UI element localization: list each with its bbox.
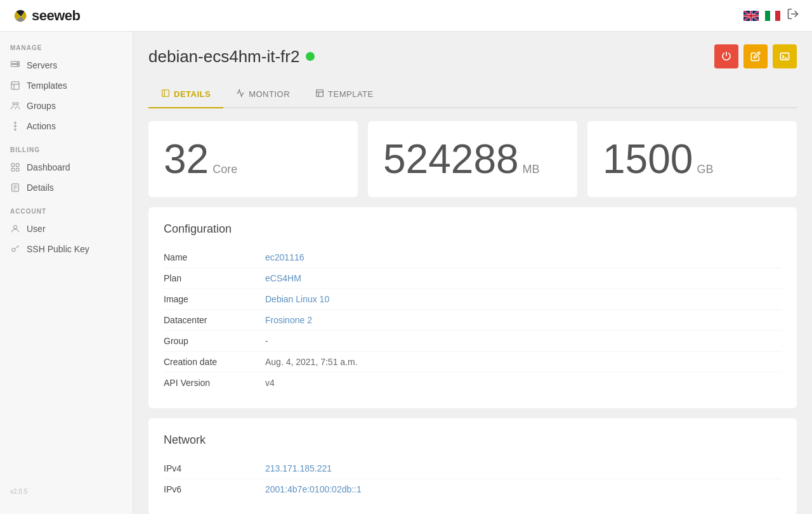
sidebar-item-templates[interactable]: Templates (0, 75, 133, 96)
main-layout: MANAGE Servers Tem (0, 32, 812, 514)
account-section-title: ACCOUNT (0, 208, 133, 215)
svg-rect-3 (775, 11, 780, 21)
network-title: Network (164, 434, 782, 447)
key-icon (10, 244, 20, 254)
uk-flag-icon[interactable] (743, 11, 759, 21)
sidebar: MANAGE Servers Tem (0, 32, 133, 514)
stat-card-storage: 1500 GB (587, 121, 797, 197)
svg-point-15 (15, 122, 16, 124)
sidebar-section-account: ACCOUNT User SSH Public Key (0, 208, 133, 259)
sidebar-item-details[interactable]: Details (0, 177, 133, 198)
config-row-creation: Creation date Aug. 4, 2021, 7:51 a.m. (164, 352, 782, 373)
svg-point-26 (12, 248, 15, 252)
tab-details[interactable]: DETAILS (148, 81, 223, 108)
cores-value: 32 (164, 139, 209, 179)
servers-label: Servers (27, 60, 57, 70)
config-value-api: v4 (265, 378, 275, 388)
storage-value: 1500 (603, 139, 693, 179)
action-buttons (714, 44, 797, 68)
user-label: User (27, 224, 46, 234)
dashboard-icon (10, 162, 20, 172)
template-icon (10, 80, 20, 91)
svg-rect-27 (780, 53, 789, 60)
svg-rect-31 (317, 90, 324, 97)
svg-rect-29 (162, 90, 169, 97)
svg-rect-2 (770, 11, 775, 21)
svg-rect-9 (11, 82, 19, 89)
svg-point-7 (17, 62, 18, 63)
svg-point-12 (13, 103, 15, 105)
sidebar-item-actions[interactable]: Actions (0, 116, 133, 136)
config-label-image: Image (164, 294, 265, 304)
groups-icon (10, 101, 20, 111)
config-value-group: - (265, 336, 268, 346)
sidebar-section-manage: MANAGE Servers Tem (0, 44, 133, 136)
svg-point-14 (15, 125, 16, 127)
config-label-api: API Version (164, 378, 265, 388)
console-button[interactable] (773, 44, 797, 68)
configuration-rows: Name ec201116 Plan eCS4HM Image Debian L… (164, 247, 782, 393)
dashboard-label: Dashboard (27, 162, 70, 172)
config-value-plan: eCS4HM (265, 273, 301, 283)
page-title-group: debian-ecs4hm-it-fr2 (148, 47, 315, 67)
svg-point-25 (13, 226, 16, 229)
page-header: debian-ecs4hm-it-fr2 (148, 44, 797, 68)
config-label-name: Name (164, 252, 265, 262)
user-icon (10, 224, 20, 234)
network-label-ipv6: IPv6 (164, 484, 265, 494)
stat-card-cores: 32 Core (148, 121, 358, 197)
svg-rect-20 (16, 168, 19, 171)
network-value-ipv4: 213.171.185.221 (265, 463, 332, 473)
network-label-ipv4: IPv4 (164, 463, 265, 473)
svg-point-8 (17, 65, 18, 66)
config-label-plan: Plan (164, 273, 265, 283)
tab-details-label: DETAILS (174, 89, 211, 99)
main-content: debian-ecs4hm-it-fr2 (133, 32, 812, 514)
sidebar-item-groups[interactable]: Groups (0, 96, 133, 116)
stat-card-memory: 524288 MB (368, 121, 577, 197)
logo-text: seeweb (32, 8, 81, 24)
config-row-image: Image Debian Linux 10 (164, 289, 782, 310)
details-icon (10, 183, 20, 193)
manage-section-title: MANAGE (0, 44, 133, 51)
config-row-plan: Plan eCS4HM (164, 268, 782, 289)
sidebar-item-servers[interactable]: Servers (0, 55, 133, 75)
cores-unit: Core (213, 163, 237, 176)
sidebar-item-user[interactable]: User (0, 219, 133, 239)
ssh-label: SSH Public Key (27, 244, 89, 254)
stats-row: 32 Core 524288 MB 1500 GB (148, 121, 797, 197)
it-flag-icon[interactable] (765, 11, 780, 21)
logout-icon[interactable] (787, 8, 799, 23)
details-label: Details (27, 183, 54, 193)
template-tab-icon (315, 89, 324, 100)
sidebar-item-dashboard[interactable]: Dashboard (0, 157, 133, 177)
memory-value: 524288 (383, 139, 519, 179)
tab-monitor-label: MONTIOR (249, 89, 290, 99)
monitor-tab-icon (236, 89, 245, 100)
memory-unit: MB (523, 163, 540, 176)
tabs: DETAILS MONTIOR TEMPLATE (148, 81, 797, 108)
logo[interactable]: seeweb (13, 7, 81, 25)
network-row-ipv6: IPv6 2001:4b7e:0100:02db::1 (164, 479, 782, 499)
power-button[interactable] (714, 44, 738, 68)
version-label: v2.0.5 (0, 488, 133, 501)
config-label-datacenter: Datacenter (164, 315, 265, 325)
network-rows: IPv4 213.171.185.221 IPv6 2001:4b7e:0100… (164, 458, 782, 499)
groups-label: Groups (27, 101, 56, 111)
svg-rect-18 (16, 164, 19, 167)
svg-rect-1 (765, 11, 770, 21)
config-value-image: Debian Linux 10 (265, 294, 329, 304)
sidebar-item-ssh[interactable]: SSH Public Key (0, 239, 133, 259)
network-value-ipv6: 2001:4b7e:0100:02db::1 (265, 484, 362, 494)
svg-rect-17 (11, 164, 15, 167)
tab-template[interactable]: TEMPLATE (303, 81, 386, 108)
config-row-api: API Version v4 (164, 373, 782, 393)
edit-button[interactable] (743, 44, 768, 68)
server-icon (10, 60, 20, 70)
network-card: Network IPv4 213.171.185.221 IPv6 2001:4… (148, 418, 797, 514)
details-tab-icon (161, 89, 170, 100)
tab-monitor[interactable]: MONTIOR (223, 81, 303, 108)
config-row-name: Name ec201116 (164, 247, 782, 268)
actions-label: Actions (27, 121, 56, 131)
svg-rect-19 (11, 168, 15, 171)
